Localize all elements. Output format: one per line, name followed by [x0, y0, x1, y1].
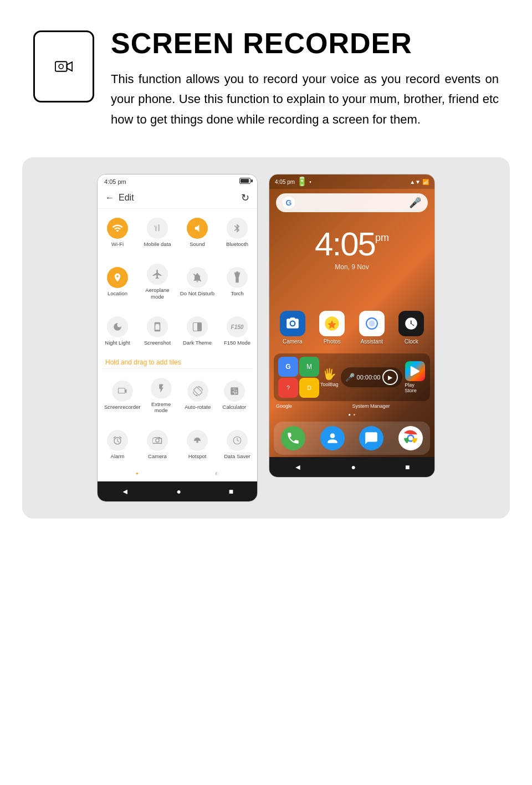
- photos-app-label: Photos: [324, 338, 341, 345]
- qs-tile-sound[interactable]: Sound: [177, 212, 217, 252]
- microphone-icon[interactable]: 🎤: [409, 197, 421, 209]
- refresh-icon[interactable]: ↻: [241, 192, 249, 204]
- qs-grid-row4: Screenrecorder Extreme mode Auto-rotate …: [102, 368, 253, 422]
- qs-tile-hotspot[interactable]: Hotspot: [177, 424, 217, 464]
- google-logo: G: [283, 197, 295, 209]
- qs-tile-wifi[interactable]: Wi-Fi: [98, 212, 137, 252]
- phone-dock-icon: [281, 426, 305, 450]
- clock-app-icon: [398, 311, 424, 336]
- right-status-time: 4:05 pm: [275, 179, 295, 185]
- qs-tile-mobiledata[interactable]: Mobile data: [137, 212, 177, 252]
- qs-tile-screenrecorder[interactable]: Screenrecorder: [102, 372, 142, 418]
- qs-tile-darktheme[interactable]: Dark Theme: [177, 311, 217, 350]
- qs-grid-row5: Alarm Camera Hotspot Data Saver: [98, 421, 257, 467]
- play-button[interactable]: ▶: [382, 370, 398, 385]
- gmail-icon[interactable]: M: [299, 357, 319, 377]
- google-search-bar[interactable]: G 🎤: [276, 193, 428, 212]
- qs-tile-camera[interactable]: Camera: [137, 424, 177, 464]
- right-home-button[interactable]: ●: [351, 463, 355, 471]
- title-block: SCREEN RECORDER This function allows you…: [111, 28, 499, 130]
- dock-phone[interactable]: [274, 426, 313, 450]
- qs-tile-f150[interactable]: F150 F150 Mode: [217, 311, 257, 350]
- qs-tile-torch[interactable]: Torch: [217, 258, 257, 304]
- left-statusbar: 4:05 pm: [98, 175, 257, 188]
- back-button[interactable]: ◄: [121, 487, 129, 496]
- right-statusbar: 4:05 pm 🔋 • ▲▼ 📶: [269, 175, 434, 189]
- timer-widget: 🎤 00:00:00 ▶: [341, 367, 403, 387]
- screenshot-label: Screenshot: [144, 340, 171, 346]
- airplane-icon: [147, 264, 168, 285]
- home-clock-time: 4:05: [315, 228, 375, 261]
- screenshot-icon: [147, 316, 168, 337]
- f150-icon: F150: [227, 316, 248, 337]
- app-assistant[interactable]: Assistant: [353, 309, 391, 347]
- right-recent-button[interactable]: ■: [405, 463, 410, 471]
- page-title: SCREEN RECORDER: [111, 28, 499, 59]
- left-phone-screen: 4:05 pm ← Edit ↻ Wi-Fi: [97, 174, 258, 502]
- svg-point-2: [59, 64, 63, 69]
- dnd-icon: [187, 267, 208, 288]
- photos-app-icon: [319, 311, 345, 336]
- location-icon: [107, 267, 128, 288]
- qs-tile-screenshot[interactable]: Screenshot: [137, 311, 177, 350]
- qs-tile-autorotate[interactable]: Auto-rotate: [180, 372, 216, 418]
- qs-tile-nightlight[interactable]: Night Light: [98, 311, 137, 350]
- sound-label: Sound: [190, 241, 204, 247]
- alarm-icon: [107, 430, 128, 451]
- darktheme-label: Dark Theme: [183, 340, 212, 346]
- screen-recorder-icon: [33, 30, 94, 102]
- maps-icon[interactable]: ?: [278, 378, 298, 398]
- assistant-app-label: Assistant: [360, 338, 383, 345]
- toolbag-label: ToolBag: [320, 382, 339, 387]
- app-camera[interactable]: Camera: [274, 309, 311, 347]
- qs-tile-dnd[interactable]: Do Not Disturb: [177, 258, 217, 304]
- sound-icon: [187, 218, 208, 239]
- dock-contacts[interactable]: [313, 426, 352, 450]
- toolbag-item: 🖐 ToolBag: [320, 367, 339, 387]
- svg-point-19: [408, 436, 413, 440]
- app-clock[interactable]: Clock: [393, 309, 431, 347]
- clock-app-label: Clock: [405, 338, 418, 345]
- svg-point-17: [369, 320, 375, 326]
- playstore-icon: [405, 361, 425, 381]
- playstore-item[interactable]: Play Store: [405, 361, 426, 393]
- qs-tile-alarm[interactable]: Alarm: [98, 424, 137, 464]
- datasaver-label: Data Saver: [224, 453, 250, 459]
- assistant-app-icon: [359, 311, 385, 336]
- google-label: Google: [276, 403, 292, 409]
- home-clock-date: Mon, 9 Nov: [269, 263, 434, 271]
- back-arrow-icon[interactable]: ←: [105, 193, 114, 203]
- qs-tile-location[interactable]: Location: [98, 258, 137, 304]
- torch-label: Torch: [231, 290, 243, 296]
- home-button[interactable]: ●: [176, 487, 181, 496]
- qs-tile-datasaver[interactable]: Data Saver: [217, 424, 257, 464]
- qs-grid-row2: Location Aeroplane mode Do Not Disturb T…: [98, 255, 257, 307]
- f150-label: F150 Mode: [224, 340, 250, 346]
- location-label: Location: [108, 290, 127, 296]
- svg-rect-11: [118, 388, 125, 393]
- dock-chrome[interactable]: [391, 426, 431, 450]
- contacts-dock-icon: [320, 426, 345, 450]
- qs-tile-calculator[interactable]: Calculator: [216, 372, 253, 418]
- right-back-button[interactable]: ◄: [294, 463, 302, 471]
- mobiledata-label: Mobile data: [144, 241, 171, 247]
- dock-messages[interactable]: [352, 426, 391, 450]
- wifi-icon: [107, 218, 128, 239]
- drive-icon[interactable]: D: [299, 378, 319, 398]
- google-icon[interactable]: G: [278, 357, 298, 377]
- recent-button[interactable]: ■: [229, 487, 233, 496]
- qs-tile-airplane[interactable]: Aeroplane mode: [137, 258, 177, 304]
- airplane-label: Aeroplane mode: [140, 287, 175, 300]
- wifi-label: Wi-Fi: [111, 241, 124, 247]
- qs-header: ← Edit ↻: [98, 188, 257, 209]
- screenshots-container: 4:05 pm ← Edit ↻ Wi-Fi: [22, 157, 510, 519]
- qs-tile-bluetooth[interactable]: Bluetooth: [217, 212, 257, 252]
- hotspot-icon: [187, 430, 208, 451]
- bluetooth-label: Bluetooth: [226, 241, 248, 247]
- qs-tile-extrememode[interactable]: Extreme mode: [142, 372, 179, 418]
- app-photos[interactable]: Photos: [314, 309, 351, 347]
- battery-icon: [239, 178, 250, 185]
- qs-grid-row1: Wi-Fi Mobile data Sound Bluetooth: [98, 209, 257, 255]
- timer-text: 00:00:00: [357, 374, 381, 381]
- svg-marker-1: [67, 62, 73, 71]
